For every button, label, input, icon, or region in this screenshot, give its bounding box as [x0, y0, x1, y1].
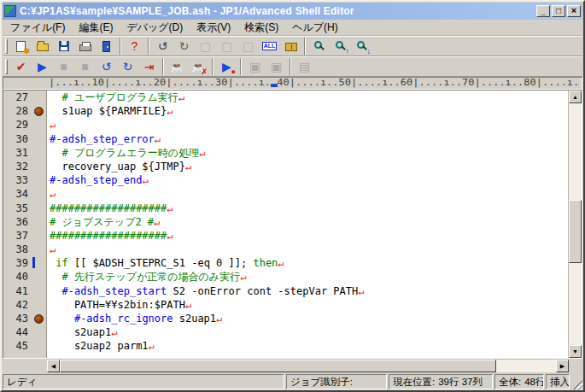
line-number[interactable]: 44 — [3, 325, 32, 339]
step-in-button[interactable]: ↺ — [97, 58, 116, 76]
save-button[interactable] — [54, 38, 73, 56]
code-line-28[interactable]: 28 s1uap ${PARMFILE}↵ — [3, 104, 568, 118]
breakpoint-margin[interactable] — [32, 132, 47, 146]
code-line-40[interactable]: 40 # 先行ステップが正常の場合のみ実行↵ — [3, 270, 568, 284]
code-line-37[interactable]: 37###################↵ — [3, 229, 568, 243]
line-number[interactable]: 34 — [3, 187, 32, 201]
new-file-button[interactable]: ✱ — [11, 38, 31, 56]
code-line-31[interactable]: 31 # プログラムエラー時の処理↵ — [3, 146, 568, 160]
code-line-41[interactable]: 41 #-adsh_step_start S2 -onError cont -s… — [3, 284, 568, 298]
line-number[interactable]: 43 — [3, 312, 32, 325]
line-number[interactable]: 38 — [3, 243, 32, 256]
debug-run-button[interactable]: ▶ — [32, 58, 52, 76]
line-number[interactable]: 32 — [3, 160, 32, 173]
code-text[interactable]: # 先行ステップが正常の場合のみ実行↵ — [47, 270, 568, 284]
toolbar-grip[interactable] — [5, 59, 8, 74]
redo-button[interactable]: ↻ — [174, 38, 194, 56]
horizontal-scroll-track[interactable] — [60, 360, 556, 372]
open-file-button[interactable] — [32, 38, 52, 56]
scroll-right-button[interactable]: ▶ — [556, 360, 569, 372]
code-text[interactable]: if [[ $ADSH_STEPRC_S1 -eq 0 ]]; then↵ — [47, 256, 568, 270]
code-text[interactable]: # ユーザプログラム実行↵ — [47, 91, 568, 104]
code-text[interactable]: s2uap1↵ — [47, 325, 568, 339]
code-line-43[interactable]: 43 #-adsh_rc_ignore s2uap1↵ — [3, 312, 568, 325]
menu-item-2[interactable]: 編集(E) — [72, 20, 120, 36]
maximize-button[interactable]: □ — [552, 5, 565, 17]
code-line-39[interactable]: 39 if [[ $ADSH_STEPRC_S1 -eq 0 ]]; then↵ — [3, 256, 568, 270]
code-text[interactable]: s1uap ${PARMFILE}↵ — [47, 104, 568, 118]
code-editor[interactable]: 27 # ユーザプログラム実行↵28 s1uap ${PARMFILE}↵29↵… — [3, 91, 568, 358]
breakpoint-margin[interactable] — [32, 202, 47, 215]
breakpoint-margin[interactable] — [32, 339, 47, 353]
line-number[interactable]: 27 — [3, 91, 32, 104]
menu-item-4[interactable]: 表示(V) — [190, 20, 237, 36]
line-number[interactable]: 31 — [3, 146, 32, 160]
manual-button[interactable] — [281, 38, 301, 56]
code-text[interactable]: ###################↵ — [47, 229, 568, 243]
breakpoint-margin[interactable] — [32, 284, 47, 298]
help-button[interactable]: ? — [125, 38, 144, 56]
line-number[interactable]: 37 — [3, 229, 32, 243]
code-line-38[interactable]: 38↵ — [3, 243, 568, 256]
line-number[interactable]: 28 — [3, 104, 32, 118]
line-number[interactable]: 36 — [3, 215, 32, 229]
breakpoint-margin[interactable] — [32, 91, 47, 104]
delete-breakpoints-button[interactable]: ☕✗ — [189, 58, 208, 76]
code-text[interactable]: #-adsh_step_error↵ — [47, 132, 568, 146]
breakpoint-margin[interactable] — [32, 146, 47, 160]
breakpoint-icon[interactable] — [34, 107, 44, 116]
step-return-button[interactable]: ⇥ — [139, 58, 159, 76]
code-line-42[interactable]: 42 PATH=¥¥s2bin:$PATH↵ — [3, 298, 568, 312]
run-to-cursor-button[interactable]: ▶● — [217, 58, 237, 76]
code-text[interactable]: # ジョブステップ2 #↵ — [47, 215, 568, 229]
breakpoint-icon[interactable] — [34, 314, 44, 324]
code-line-29[interactable]: 29↵ — [3, 118, 568, 132]
code-line-44[interactable]: 44 s2uap1↵ — [3, 325, 568, 339]
undo-button[interactable]: ↺ — [153, 38, 173, 56]
code-text[interactable]: s2uap2 parm1↵ — [47, 339, 568, 353]
code-line-27[interactable]: 27 # ユーザプログラム実行↵ — [3, 91, 568, 104]
code-text[interactable]: PATH=¥¥s2bin:$PATH↵ — [47, 298, 568, 312]
code-text[interactable]: #-adsh_rc_ignore s2uap1↵ — [47, 312, 568, 325]
menu-item-6[interactable]: ヘルプ(H) — [285, 20, 345, 36]
breakpoint-margin[interactable] — [32, 173, 47, 187]
code-text[interactable]: # プログラムエラー時の処理↵ — [47, 146, 568, 160]
search-button[interactable] — [309, 38, 329, 56]
toolbar-grip[interactable] — [5, 38, 8, 54]
horizontal-scroll-thumb[interactable] — [60, 360, 496, 372]
step-over-button[interactable]: ↻ — [118, 58, 137, 76]
syntax-check-button[interactable]: ✔ — [11, 58, 31, 76]
breakpoint-margin[interactable] — [32, 160, 47, 173]
code-line-35[interactable]: 35###################↵ — [3, 202, 568, 215]
code-line-36[interactable]: 36# ジョブステップ2 #↵ — [3, 215, 568, 229]
breakpoint-margin[interactable] — [32, 215, 47, 229]
line-number[interactable]: 35 — [3, 202, 32, 215]
line-number[interactable]: 42 — [3, 298, 32, 312]
code-text[interactable]: #-adsh_step_end↵ — [47, 173, 568, 187]
menu-item-5[interactable]: 検索(S) — [237, 20, 285, 36]
breakpoint-margin[interactable] — [32, 256, 47, 270]
horizontal-scrollbar[interactable]: ◀ ▶ — [47, 359, 569, 372]
scroll-left-button[interactable]: ◀ — [47, 360, 60, 372]
code-text[interactable]: recovery_uap ${JTMP}↵ — [47, 160, 568, 173]
breakpoint-margin[interactable] — [32, 298, 47, 312]
code-text[interactable]: ↵ — [47, 118, 568, 132]
code-text[interactable]: ###################↵ — [47, 202, 568, 215]
search-next-button[interactable]: ↓ — [352, 38, 371, 56]
resize-grip[interactable] — [571, 374, 582, 389]
breakpoint-margin[interactable] — [32, 104, 47, 118]
breakpoint-margin[interactable] — [32, 187, 47, 201]
code-text[interactable]: ↵ — [47, 243, 568, 256]
line-number[interactable]: 45 — [3, 339, 32, 353]
minimize-button[interactable]: _ — [536, 5, 550, 17]
search-prev-button[interactable]: ↑ — [331, 38, 350, 56]
select-all-button[interactable]: ALL — [260, 38, 279, 56]
code-text[interactable]: ↵ — [47, 187, 568, 201]
code-text[interactable]: #-adsh_step_start S2 -onError cont -step… — [47, 284, 568, 298]
code-line-34[interactable]: 34↵ — [3, 187, 568, 201]
menu-item-1[interactable]: ファイル(F) — [3, 20, 72, 36]
menu-item-3[interactable]: デバッグ(D) — [120, 20, 190, 36]
breakpoint-margin[interactable] — [32, 243, 47, 256]
line-number[interactable]: 40 — [3, 270, 32, 284]
code-line-33[interactable]: 33#-adsh_step_end↵ — [3, 173, 568, 187]
